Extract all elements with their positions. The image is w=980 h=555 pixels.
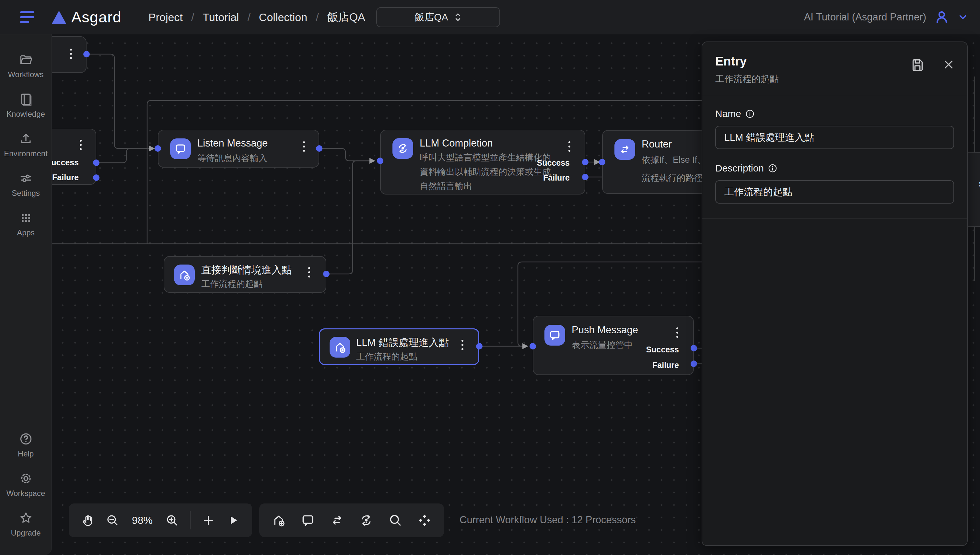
pan-hand-button[interactable] xyxy=(81,513,94,527)
chat-bubble-icon xyxy=(170,138,191,159)
close-icon[interactable] xyxy=(942,58,955,71)
zoom-out-button[interactable] xyxy=(106,513,119,527)
node-listen-message[interactable]: Listen Message 等待訊息內容輸入 xyxy=(158,130,319,168)
zoom-in-button[interactable] xyxy=(165,513,179,527)
node-partial-top[interactable] xyxy=(52,36,86,73)
add-router-node-button[interactable] xyxy=(330,513,344,528)
node-description: 工作流程的起點 xyxy=(201,277,263,291)
node-menu-button[interactable] xyxy=(460,338,465,352)
node-description-line: 依據If、Else If、E xyxy=(642,153,712,167)
account-menu[interactable]: AI Tutorial (Asgard Partner) xyxy=(804,0,968,34)
sidebar-item-upgrade[interactable]: Upgrade xyxy=(0,504,51,544)
edge xyxy=(96,149,149,163)
add-entry-node-button[interactable] xyxy=(272,513,286,528)
node-title: LLM Completion xyxy=(420,138,493,149)
node-palette-toolbar xyxy=(259,504,444,537)
panel-divider xyxy=(702,218,967,219)
chat-bubble-icon xyxy=(544,325,565,346)
sidebar: Workflows Knowledge Environment Settings… xyxy=(0,34,52,555)
sidebar-item-label: Workflows xyxy=(8,70,43,79)
node-menu-button[interactable] xyxy=(567,140,572,154)
sidebar-item-apps[interactable]: Apps xyxy=(0,204,51,244)
node-partial-mid[interactable]: Success Failure xyxy=(52,129,96,185)
help-circle-icon xyxy=(19,432,33,446)
upload-icon xyxy=(19,132,33,146)
llm-icon xyxy=(359,513,373,528)
canvas-controls-toolbar: 98% xyxy=(69,504,252,537)
node-push-message[interactable]: Push Message 表示流量控管中 Success Failure xyxy=(533,316,694,375)
workflow-selector-value: 飯店QA xyxy=(415,11,448,24)
chevron-down-icon[interactable] xyxy=(957,12,968,23)
node-title: Listen Message xyxy=(197,138,268,149)
breadcrumb-project[interactable]: Project xyxy=(149,11,183,24)
success-port-label: Success xyxy=(979,180,980,189)
plus-icon xyxy=(202,513,215,527)
add-message-node-button[interactable] xyxy=(301,513,315,528)
node-description-line: 自然語言輸出 xyxy=(420,179,472,193)
save-icon[interactable] xyxy=(910,58,925,73)
sidebar-item-environment[interactable]: Environment xyxy=(0,125,51,165)
breadcrumb-separator: / xyxy=(247,11,250,24)
node-title: 直接判斷情境進入點 xyxy=(201,263,291,277)
zoom-in-icon xyxy=(165,513,179,527)
node-description-line: 資料輸出以輔助流程的決策或生成 xyxy=(420,165,551,179)
entry-home-icon xyxy=(272,513,286,528)
breadcrumb: Project / Tutorial / Collection / 飯店QA xyxy=(149,0,365,34)
node-direct-entry[interactable]: 直接判斷情境進入點 工作流程的起點 xyxy=(164,256,326,293)
sliders-icon xyxy=(19,171,33,185)
panel-subtitle: 工作流程的起點 xyxy=(715,73,954,85)
sidebar-item-label: Settings xyxy=(12,189,40,198)
zoom-level: 98% xyxy=(130,515,154,526)
node-description: 等待訊息內容輸入 xyxy=(197,151,267,165)
llm-icon xyxy=(392,138,413,159)
failure-port-label: Failure xyxy=(52,173,79,182)
menu-icon[interactable] xyxy=(20,11,35,23)
entry-home-icon xyxy=(174,265,195,285)
sidebar-item-workflows[interactable]: Workflows xyxy=(0,46,51,86)
node-menu-button[interactable] xyxy=(78,138,83,152)
sidebar-item-settings[interactable]: Settings xyxy=(0,165,51,204)
info-icon[interactable] xyxy=(745,109,755,119)
node-llm-completion[interactable]: LLM Completion 呼叫大型語言模型並產生結構化的 資料輸出以輔助流程… xyxy=(380,130,585,194)
edge-arrow-icon xyxy=(522,343,528,349)
node-description-line: 呼叫大型語言模型並產生結構化的 xyxy=(420,151,551,165)
sidebar-item-help[interactable]: Help xyxy=(0,425,51,465)
router-icon xyxy=(615,139,635,160)
search-node-button[interactable] xyxy=(388,513,402,528)
node-description-line: 流程執行的路徑 xyxy=(642,171,703,185)
topbar: Asgard Project / Tutorial / Collection /… xyxy=(0,0,980,34)
gear-icon xyxy=(19,472,33,486)
zoom-out-icon xyxy=(106,513,119,527)
node-menu-button[interactable] xyxy=(68,47,74,61)
workflow-selector[interactable]: 飯店QA xyxy=(376,7,500,27)
node-llm-error-entry[interactable]: LLM 錯誤處理進入點 工作流程的起點 xyxy=(319,329,479,365)
name-input[interactable]: LLM 錯誤處理進入點 xyxy=(715,126,954,149)
run-workflow-button[interactable] xyxy=(226,513,240,527)
info-icon[interactable] xyxy=(768,164,777,173)
search-icon xyxy=(388,513,402,528)
app-logo: Asgard xyxy=(71,8,122,26)
breadcrumb-current[interactable]: 飯店QA xyxy=(327,10,365,25)
node-menu-button[interactable] xyxy=(674,326,680,340)
fit-view-button[interactable] xyxy=(417,513,432,528)
add-llm-node-button[interactable] xyxy=(359,513,373,528)
success-port-label: Success xyxy=(646,345,679,354)
breadcrumb-tutorial[interactable]: Tutorial xyxy=(203,11,239,24)
description-input[interactable]: 工作流程的起點 xyxy=(715,180,954,204)
sidebar-item-label: Apps xyxy=(17,228,35,237)
success-port-label: Success xyxy=(52,158,79,167)
workflow-usage-status: Current Workflow Used : 12 Processors xyxy=(460,514,636,526)
sidebar-item-workspace[interactable]: Workspace xyxy=(0,465,51,504)
user-icon[interactable] xyxy=(934,10,950,25)
entry-home-icon xyxy=(330,337,350,358)
description-field-label: Description xyxy=(715,163,764,174)
edge-arrow-icon xyxy=(370,158,375,164)
node-menu-button[interactable] xyxy=(301,140,307,154)
sidebar-item-knowledge[interactable]: Knowledge xyxy=(0,86,51,125)
node-menu-button[interactable] xyxy=(306,265,312,279)
sidebar-item-label: Knowledge xyxy=(6,109,45,119)
add-button[interactable] xyxy=(202,513,215,527)
success-port-label: Success xyxy=(537,158,570,168)
breadcrumb-collection[interactable]: Collection xyxy=(259,11,307,24)
sidebar-item-label: Environment xyxy=(4,149,48,158)
